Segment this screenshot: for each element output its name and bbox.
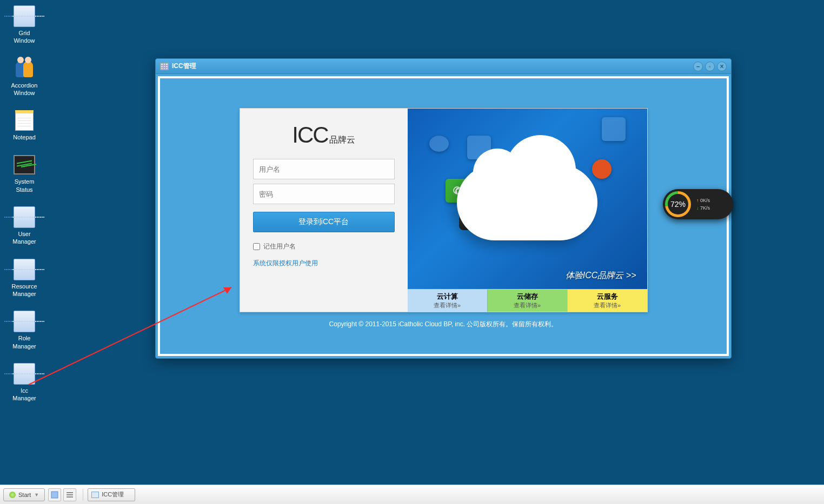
window-titlebar[interactable]: ICC管理 – ◦ ×: [156, 59, 731, 74]
grid-icon: [14, 259, 35, 280]
desktop-icon-user-manager[interactable]: User Manager: [8, 206, 41, 246]
svg-rect-2: [51, 492, 58, 498]
minimize-button[interactable]: –: [693, 62, 703, 71]
maximize-button[interactable]: ◦: [705, 62, 715, 71]
grid-icon: [14, 206, 35, 228]
copyright-text: Copyright © 2011-2015 iCatholic Cloud BP…: [329, 320, 558, 329]
logo-text: ICC: [292, 122, 328, 148]
notepad-icon: [14, 110, 35, 131]
icon-label: Role Manager: [8, 334, 41, 350]
window-title: ICC管理: [172, 62, 196, 71]
login-banner-panel: ✆ ⊞ 淘 支付宝 体验ICC品牌云 >> 云计算查看详情»云储存查看详情»云服…: [408, 109, 647, 312]
banner: ✆ ⊞ 淘 支付宝 体验ICC品牌云 >>: [408, 109, 647, 289]
taskbar: Start ▼ ICC管理: [0, 485, 824, 504]
tab-title: 云服务: [597, 292, 618, 301]
tab-云储存[interactable]: 云储存查看详情»: [487, 290, 567, 312]
tab-subtitle: 查看详情»: [434, 301, 461, 310]
weibo-icon: [592, 159, 612, 179]
start-logo-icon: [9, 492, 16, 498]
taskbar-tile-view-icon[interactable]: [48, 488, 61, 501]
tab-subtitle: 查看详情»: [514, 301, 541, 310]
remember-checkbox[interactable]: [253, 243, 260, 250]
tab-title: 云储存: [517, 292, 538, 301]
icon-label: System Status: [8, 178, 41, 193]
tab-title: 云计算: [437, 292, 458, 301]
cloud-graphic: [457, 165, 597, 240]
taskbar-separator: [83, 489, 83, 501]
performance-gauge[interactable]: 72% 0K/s 7K/s: [663, 189, 733, 219]
desktop-icon-accordion-window[interactable]: Accordion Window: [8, 58, 41, 97]
start-label: Start: [18, 492, 31, 498]
window-body: ICC 品牌云 登录到iCC平台 记住用户名 系统仅限授权用户使用: [158, 76, 729, 356]
login-form: ICC 品牌云 登录到iCC平台 记住用户名 系统仅限授权用户使用: [240, 109, 408, 312]
login-button[interactable]: 登录到iCC平台: [253, 212, 395, 232]
close-button[interactable]: ×: [717, 62, 727, 71]
banner-tabs: 云计算查看详情»云储存查看详情»云服务查看详情»: [408, 289, 647, 312]
tab-subtitle: 查看详情»: [594, 301, 621, 310]
tab-云计算[interactable]: 云计算查看详情»: [408, 290, 487, 312]
gauge-percent: 72%: [670, 200, 686, 209]
icon-label: Notepad: [8, 133, 41, 141]
login-card: ICC 品牌云 登录到iCC平台 记住用户名 系统仅限授权用户使用: [240, 108, 648, 312]
gauge-ring: 72%: [665, 191, 691, 217]
remember-label: 记住用户名: [263, 242, 296, 251]
icc-window: ICC管理 – ◦ × ICC 品牌云 登录到iCC平台 记住用户名 系统仅限授…: [155, 58, 732, 359]
desktop-icon-resource-manager[interactable]: Resource Manager: [8, 259, 41, 298]
desktop-icon-notepad[interactable]: Notepad: [8, 110, 41, 141]
desktop-icon-icc-manager[interactable]: Icc Manager: [8, 363, 41, 402]
download-speed: 7K/s: [696, 204, 710, 212]
upload-speed: 0K/s: [696, 197, 710, 204]
grid-icon: [14, 5, 35, 27]
window-title-icon: [160, 63, 169, 70]
gauge-speeds: 0K/s 7K/s: [696, 197, 710, 212]
icon-label: Icc Manager: [8, 387, 41, 402]
desktop-icon-role-manager[interactable]: Role Manager: [8, 311, 41, 350]
desktop-icon-system-status[interactable]: System Status: [8, 154, 41, 193]
taskbar-list-view-icon[interactable]: [63, 488, 76, 501]
grid-icon: [14, 311, 35, 332]
tab-云服务[interactable]: 云服务查看详情»: [567, 290, 647, 312]
password-input[interactable]: [253, 184, 395, 204]
task-label: ICC管理: [102, 490, 124, 499]
logo-subtext: 品牌云: [329, 135, 355, 146]
taskbar-task-icc[interactable]: ICC管理: [88, 488, 135, 501]
icon-label: Grid Window: [8, 29, 41, 45]
task-icon: [91, 492, 99, 498]
envelope-icon: [602, 117, 626, 141]
remember-row[interactable]: 记住用户名: [253, 242, 395, 251]
desktop-icon-grid-window[interactable]: Grid Window: [8, 5, 41, 45]
monitor-icon: [14, 154, 35, 176]
cloud-outline-icon: [429, 136, 449, 152]
icon-label: Resource Manager: [8, 283, 41, 298]
auth-note-link[interactable]: 系统仅限授权用户使用: [253, 259, 395, 268]
logo: ICC 品牌云: [253, 122, 395, 148]
username-input[interactable]: [253, 159, 395, 179]
banner-cta[interactable]: 体验ICC品牌云 >>: [566, 270, 636, 281]
start-button[interactable]: Start ▼: [3, 488, 45, 501]
people-icon: [14, 58, 35, 79]
chevron-down-icon: ▼: [34, 492, 39, 498]
grid-icon: [14, 363, 35, 385]
icon-label: Accordion Window: [8, 82, 41, 97]
icon-label: User Manager: [8, 230, 41, 246]
